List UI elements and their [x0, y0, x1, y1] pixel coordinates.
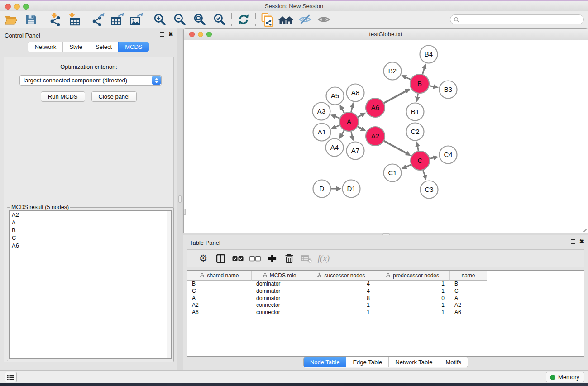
tab-network-table[interactable]: Network Table	[388, 357, 439, 367]
table-row[interactable]: Bdominator41B	[187, 281, 584, 288]
zoom-in-icon[interactable]	[152, 12, 168, 27]
column-header-predecessor-nodes[interactable]: predecessor nodes	[375, 271, 450, 281]
refresh-glyph	[237, 13, 250, 26]
graph-edge-A-A1[interactable]	[332, 125, 340, 128]
app-titlebar[interactable]: Session: New Session	[0, 1, 588, 11]
open-file-icon[interactable]	[3, 12, 19, 27]
result-list-item[interactable]: A	[10, 219, 171, 226]
function-builder-icon[interactable]: f(x)	[315, 251, 332, 266]
zoom-fit-icon[interactable]	[191, 12, 208, 27]
first-neighbors-icon[interactable]	[277, 12, 294, 27]
float-panel-icon[interactable]	[160, 32, 164, 37]
new-network-from-selection-icon[interactable]	[259, 12, 276, 27]
graph-edge-A-A8[interactable]	[351, 104, 353, 112]
scrollbar-track[interactable]	[167, 211, 171, 358]
graph-edge-B-B3[interactable]	[430, 86, 437, 87]
settings-gear-icon[interactable]: ⚙	[195, 251, 212, 266]
table-cell: A2	[187, 302, 252, 309]
tab-network[interactable]: Network	[28, 42, 62, 52]
delete-table-icon[interactable]	[298, 251, 315, 266]
graph-edge-C-C2[interactable]	[417, 143, 418, 151]
delete-column-icon[interactable]	[281, 251, 298, 266]
result-list-item[interactable]: B	[10, 226, 171, 234]
table-cell: B	[187, 281, 252, 288]
result-list-item[interactable]: A2	[10, 211, 171, 219]
graph-edge-A2-C[interactable]	[384, 141, 410, 155]
graph-edge-A-A2[interactable]	[358, 127, 365, 131]
graph-edge-A-A4[interactable]	[340, 130, 344, 138]
zoom-selected-icon[interactable]	[211, 12, 228, 27]
graph-node-label: D	[320, 185, 325, 192]
graph-edge-A6-B[interactable]	[384, 89, 409, 103]
close-panel-icon[interactable]: ✖	[579, 239, 584, 244]
tab-node-table[interactable]: Node Table	[304, 357, 346, 367]
network-canvas[interactable]: AA1A2A3A4A5A6A7A8BB1B2B3B4CC1C2C3C4DD1	[184, 40, 588, 233]
attribute-type-icon	[200, 272, 205, 279]
float-panel-icon[interactable]	[571, 239, 575, 244]
search-input[interactable]	[450, 14, 584, 24]
graph-edge-C-C3[interactable]	[423, 170, 426, 179]
export-table-icon[interactable]	[109, 12, 125, 27]
table-body: Bdominator41BCdominator41CAdominator80AA…	[187, 281, 584, 316]
close-panel-icon[interactable]: ✖	[168, 32, 173, 37]
export-network-icon[interactable]	[90, 12, 106, 27]
memory-button[interactable]: Memory	[546, 372, 584, 382]
result-list-item[interactable]: C	[10, 234, 171, 242]
graph-edge-A-A7[interactable]	[351, 131, 353, 140]
column-header-shared-name[interactable]: shared name	[187, 271, 252, 281]
column-header-name[interactable]: name	[450, 271, 487, 281]
deselect-all-icon[interactable]	[246, 251, 263, 266]
show-all-icon[interactable]	[316, 12, 332, 27]
table-row[interactable]: Adominator80A	[187, 295, 584, 302]
column-header-successor-nodes[interactable]: successor nodes	[307, 271, 375, 281]
task-history-button[interactable]	[5, 372, 17, 382]
add-column-icon[interactable]	[263, 251, 281, 266]
table-tabs: Node TableEdge TableNetwork TableMotifs	[303, 357, 468, 367]
select-all-icon[interactable]	[229, 251, 246, 266]
divider-handle[interactable]	[178, 195, 182, 203]
vertical-split-divider[interactable]	[177, 28, 183, 370]
graph-edge-B-B1[interactable]	[417, 94, 418, 101]
graph-edge-B-B2[interactable]	[402, 76, 411, 79]
graph-node-label: B	[417, 80, 422, 87]
import-network-icon[interactable]	[47, 12, 63, 27]
tab-select[interactable]: Select	[89, 42, 118, 52]
run-mcds-button[interactable]: Run MCDS	[41, 91, 85, 102]
tab-motifs[interactable]: Motifs	[439, 357, 468, 367]
graph-edge-B-B4[interactable]	[422, 65, 425, 74]
network-window-titlebar[interactable]: testGlobe.txt	[184, 29, 588, 40]
hide-selected-icon[interactable]	[296, 12, 313, 27]
graph-edge-C-C1[interactable]	[402, 165, 411, 168]
zoom-in-glyph	[153, 13, 166, 26]
column-header-MCDS-role[interactable]: MCDS role	[252, 271, 307, 281]
import-table-icon[interactable]	[66, 12, 82, 27]
optimization-dropdown[interactable]: largest connected component (directed)	[19, 75, 162, 86]
zoom-out-icon[interactable]	[172, 12, 188, 27]
graph-edge-A-A6[interactable]	[358, 113, 365, 117]
save-session-icon[interactable]	[23, 12, 39, 27]
zoom-out-glyph	[173, 13, 186, 26]
graph-node-label: B3	[444, 86, 452, 93]
graph-edge-C-C4[interactable]	[430, 157, 437, 158]
control-panel-tabs: NetworkStyleSelectMCDS	[28, 42, 149, 52]
table-cell: dominator	[252, 295, 307, 302]
result-list-item[interactable]: A6	[10, 242, 171, 249]
divider-handle[interactable]	[184, 209, 186, 215]
table-row[interactable]: A6connector11A6	[187, 309, 584, 316]
tab-edge-table[interactable]: Edge Table	[346, 357, 388, 367]
close-panel-button[interactable]: Close panel	[91, 91, 137, 102]
table-row[interactable]: Cdominator41C	[187, 288, 584, 295]
table-cell: 1	[375, 309, 450, 316]
table-cell: A6	[450, 309, 487, 316]
graph-edge-A-A5[interactable]	[340, 106, 344, 113]
table-row[interactable]: A2connector11A2	[187, 302, 584, 309]
search-field[interactable]	[461, 16, 583, 23]
table-cell: 1	[375, 302, 450, 309]
refresh-icon[interactable]	[235, 12, 252, 27]
toggle-column-panel-icon[interactable]	[212, 251, 229, 266]
export-table-glyph	[110, 13, 124, 26]
tab-mcds[interactable]: MCDS	[118, 42, 148, 52]
export-image-icon[interactable]	[128, 12, 144, 27]
tab-style[interactable]: Style	[62, 42, 89, 52]
graph-edge-A-A3[interactable]	[332, 115, 339, 119]
